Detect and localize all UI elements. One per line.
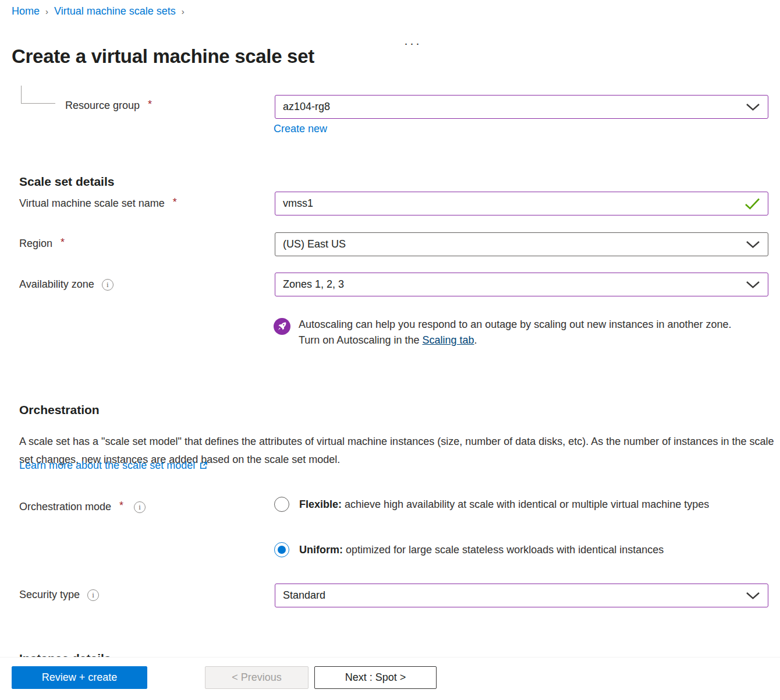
resource-group-dropdown[interactable]: az104-rg8: [275, 95, 768, 119]
breadcrumb-vmss-link[interactable]: Virtual machine scale sets: [54, 5, 176, 17]
autoscaling-note-text: Autoscaling can help you respond to an o…: [299, 317, 733, 348]
external-link-icon: [199, 461, 208, 470]
review-create-button[interactable]: Review + create: [12, 666, 147, 689]
info-icon[interactable]: [134, 501, 146, 513]
chevron-right-icon: ›: [182, 6, 185, 16]
vmss-name-input[interactable]: vmss1: [275, 192, 768, 215]
learn-more-link[interactable]: Learn more about the scale set model: [19, 459, 195, 472]
radio-unselected-icon: [274, 497, 289, 512]
autoscaling-note: Autoscaling can help you respond to an o…: [274, 317, 733, 348]
orchestration-heading: Orchestration: [19, 403, 100, 417]
breadcrumb-home-link[interactable]: Home: [12, 5, 40, 17]
region-label: Region*: [19, 238, 65, 250]
wizard-footer: Review + create < Previous Next : Spot >: [0, 657, 780, 700]
required-asterisk: *: [148, 98, 152, 111]
valid-checkmark-icon: [744, 197, 760, 210]
info-icon[interactable]: [87, 589, 99, 601]
availability-zone-dropdown[interactable]: Zones 1, 2, 3: [275, 273, 768, 296]
security-type-label: Security type: [19, 589, 99, 601]
page-title: Create a virtual machine scale set: [12, 45, 314, 68]
breadcrumb: Home › Virtual machine scale sets ›: [12, 5, 185, 17]
create-vmss-page: Home › Virtual machine scale sets › Crea…: [0, 0, 780, 700]
orchestration-mode-option-flexible[interactable]: Flexible: achieve high availability at s…: [274, 496, 734, 514]
scaling-tab-link[interactable]: Scaling tab: [422, 334, 474, 346]
orchestration-mode-option-uniform[interactable]: Uniform: optimized for large scale state…: [274, 541, 769, 559]
scale-set-details-heading: Scale set details: [19, 175, 114, 189]
previous-button[interactable]: < Previous: [205, 666, 309, 689]
next-spot-button[interactable]: Next : Spot >: [314, 666, 437, 689]
more-options-ellipsis-icon[interactable]: ···: [404, 36, 421, 50]
flexible-option-text: Flexible: achieve high availability at s…: [299, 496, 709, 514]
chevron-down-icon: [746, 592, 760, 600]
tree-connector-line: [21, 86, 55, 104]
required-asterisk: *: [173, 196, 177, 208]
region-dropdown[interactable]: (US) East US: [275, 232, 768, 256]
required-asterisk: *: [119, 500, 123, 512]
security-type-dropdown[interactable]: Standard: [275, 584, 768, 607]
availability-zone-label: Availability zone: [19, 278, 114, 291]
chevron-down-icon: [746, 281, 760, 289]
chevron-down-icon: [746, 241, 760, 249]
rocket-icon: [274, 318, 290, 335]
radio-selected-icon: [274, 542, 289, 557]
create-new-link[interactable]: Create new: [274, 123, 327, 135]
chevron-right-icon: ›: [45, 6, 48, 16]
orchestration-mode-label: Orchestration mode*: [19, 501, 146, 513]
vmss-name-label: Virtual machine scale set name*: [19, 197, 177, 210]
uniform-option-text: Uniform: optimized for large scale state…: [299, 541, 664, 559]
info-icon[interactable]: [102, 279, 114, 291]
resource-group-label: Resource group*: [65, 100, 152, 112]
chevron-down-icon: [746, 103, 760, 111]
learn-more-row: Learn more about the scale set model: [19, 459, 208, 472]
required-asterisk: *: [61, 236, 65, 249]
